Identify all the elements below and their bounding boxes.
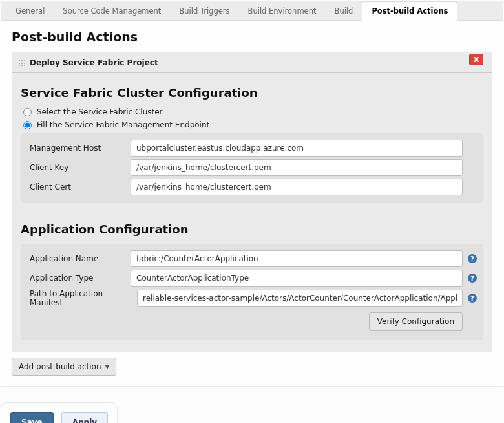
add-post-build-action-label: Add post-build action [19,362,101,371]
input-management-host[interactable] [131,140,463,157]
tab-build-environment[interactable]: Build Environment [239,1,326,20]
add-action-row: Add post-build action ▼ [12,358,492,376]
field-application-name: Application Name ? [27,250,477,267]
config-panel: General Source Code Management Build Tri… [1,1,503,387]
label-client-cert: Client Cert [27,182,131,191]
close-icon[interactable]: X [469,54,483,65]
radio-fill-endpoint-input[interactable] [23,121,32,129]
deploy-sf-section: X Deploy Service Fabric Project Service … [12,52,492,352]
section-title: Deploy Service Fabric Project [12,52,492,73]
label-management-host: Management Host [27,144,131,153]
field-client-key: Client Key [27,159,477,176]
field-management-host: Management Host [27,140,477,157]
field-app-manifest-path: Path to Application Manifest ? [27,289,477,307]
page-title: Post-build Actions [12,30,492,44]
radio-fill-endpoint-label: Fill the Service Fabric Management Endpo… [37,120,209,129]
field-application-type: Application Type ? [27,270,477,287]
tab-bar: General Source Code Management Build Tri… [1,1,503,21]
input-client-cert[interactable] [131,179,463,195]
drag-handle-icon[interactable] [18,60,25,66]
tab-general[interactable]: General [6,1,54,20]
verify-configuration-button[interactable]: Verify Configuration [369,312,463,331]
app-config-heading: Application Configuration [21,222,483,236]
radio-select-cluster[interactable]: Select the Service Fabric Cluster [23,107,483,116]
input-application-name[interactable] [131,250,463,267]
help-icon[interactable]: ? [468,254,477,263]
apply-button[interactable]: Apply [61,412,108,423]
label-app-manifest-path: Path to Application Manifest [27,289,137,307]
input-application-type[interactable] [131,270,463,287]
input-app-manifest-path[interactable] [137,290,463,307]
chevron-down-icon: ▼ [105,363,110,370]
tab-scm[interactable]: Source Code Management [54,1,170,20]
tab-build[interactable]: Build [326,1,362,20]
label-application-name: Application Name [27,254,131,263]
footer-bar: Save Apply [1,402,118,423]
cluster-config-heading: Service Fabric Cluster Configuration [21,86,483,100]
verify-row: Verify Configuration [27,310,477,334]
radio-select-cluster-input[interactable] [23,108,32,116]
cluster-fields: Management Host Client Key Client Cert [21,133,483,203]
radio-select-cluster-label: Select the Service Fabric Cluster [37,107,163,116]
tab-post-build-actions[interactable]: Post-build Actions [362,1,457,21]
label-application-type: Application Type [27,274,131,283]
radio-fill-endpoint[interactable]: Fill the Service Fabric Management Endpo… [23,120,483,129]
content-area: Post-build Actions X Deploy Service Fabr… [1,21,503,386]
app-fields: Application Name ? Application Type ? Pa… [21,244,483,340]
help-icon[interactable]: ? [468,274,477,283]
input-client-key[interactable] [131,159,463,176]
field-client-cert: Client Cert [27,179,477,195]
tab-build-triggers[interactable]: Build Triggers [170,1,238,20]
add-post-build-action-button[interactable]: Add post-build action ▼ [12,358,116,376]
save-button[interactable]: Save [10,412,54,423]
label-client-key: Client Key [27,163,131,172]
help-icon[interactable]: ? [468,294,477,303]
